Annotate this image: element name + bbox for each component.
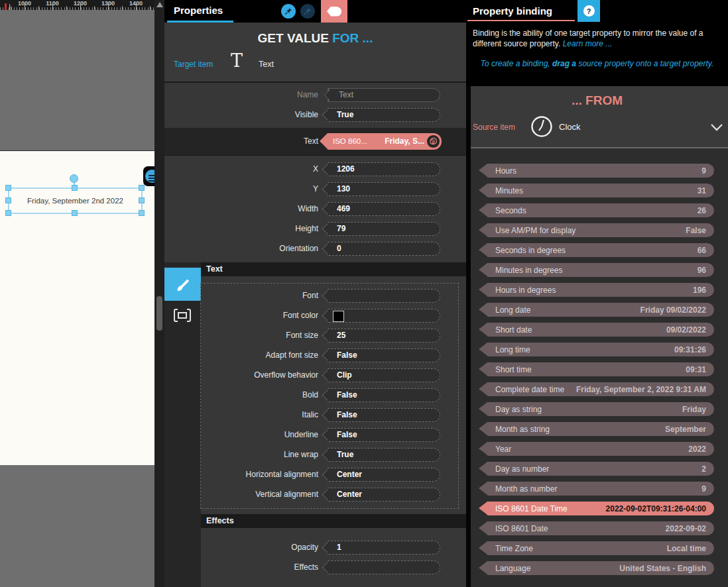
vertical-alignment-field[interactable]: Center bbox=[328, 488, 440, 502]
source-item-label: Source item bbox=[473, 123, 515, 132]
rotation-handle[interactable] bbox=[70, 174, 78, 183]
resize-handle-mid-left[interactable] bbox=[5, 197, 11, 203]
canvas-vertical-scrollbar[interactable] bbox=[154, 0, 164, 587]
source-property-row-short-time[interactable]: Short time09:31 bbox=[487, 362, 714, 376]
source-property-row-hours[interactable]: Hours9 bbox=[487, 164, 714, 178]
field-value: True bbox=[337, 109, 353, 121]
source-property-row-language[interactable]: LanguageUnited States - English bbox=[487, 561, 714, 575]
unpin-panel-button[interactable] bbox=[300, 4, 315, 19]
source-property-row-short-date[interactable]: Short date09/02/2022 bbox=[487, 323, 714, 337]
source-property-row-month-number[interactable]: Month as number9 bbox=[487, 482, 714, 496]
field-label: Text bbox=[164, 128, 318, 155]
source-property-row-day-number[interactable]: Day as number2 bbox=[487, 462, 714, 476]
source-property-row-long-time[interactable]: Long time09:31:26 bbox=[487, 343, 714, 356]
scroll-up-arrow-icon[interactable] bbox=[156, 2, 163, 7]
detach-panel-button[interactable] bbox=[321, 0, 347, 23]
property-row-horizontal-alignment: Horizontal alignment Center bbox=[164, 468, 466, 482]
font-field[interactable] bbox=[328, 289, 440, 303]
field-label: Height bbox=[164, 222, 318, 236]
source-property-value: 26 bbox=[698, 206, 706, 215]
field-label: X bbox=[164, 162, 318, 176]
source-property-row-ampm[interactable]: Use AM/PM for displayFalse bbox=[487, 223, 714, 237]
source-property-label: Use AM/PM for display bbox=[495, 226, 576, 235]
get-value-title-main: GET VALUE bbox=[258, 31, 333, 45]
element-quick-actions-badge[interactable] bbox=[143, 166, 154, 186]
source-property-row-month-string[interactable]: Month as stringSeptember bbox=[487, 422, 714, 436]
property-row-name: Name Text bbox=[164, 88, 466, 102]
pushpin-off-icon bbox=[303, 7, 312, 16]
binding-hint: To create a binding, drag a source prope… bbox=[466, 59, 728, 68]
field-value: 1206 bbox=[337, 163, 355, 176]
italic-field[interactable]: False bbox=[328, 408, 440, 422]
source-property-row-time-zone[interactable]: Time ZoneLocal time bbox=[487, 541, 714, 555]
name-field[interactable]: Text bbox=[328, 88, 440, 102]
resize-handle-bottom-right[interactable] bbox=[139, 210, 145, 216]
source-property-row-minutes[interactable]: Minutes31 bbox=[487, 184, 714, 197]
tab-properties[interactable]: Properties bbox=[174, 5, 223, 16]
effects-field[interactable] bbox=[328, 560, 440, 574]
source-property-row-seconds-degrees[interactable]: Seconds in degrees66 bbox=[487, 243, 714, 257]
ruler-ticks bbox=[0, 4, 154, 10]
text-type-icon: T bbox=[231, 50, 243, 71]
tab-property-binding[interactable]: Property binding bbox=[473, 5, 552, 17]
source-property-row-iso-8601-date[interactable]: ISO 8601 Date2022-09-02 bbox=[487, 521, 714, 535]
underline-field[interactable]: False bbox=[328, 428, 440, 442]
y-field[interactable]: 130 bbox=[328, 182, 440, 196]
ruler-cursor-marker bbox=[5, 3, 7, 10]
property-row-font: Font bbox=[164, 289, 466, 303]
chevron-down-icon[interactable] bbox=[710, 122, 723, 134]
adapt-font-size-field[interactable]: False bbox=[328, 348, 440, 362]
resize-handle-mid-right[interactable] bbox=[139, 197, 145, 203]
source-property-value: Local time bbox=[667, 544, 706, 553]
color-swatch[interactable] bbox=[333, 311, 344, 322]
field-value: False bbox=[337, 349, 357, 362]
field-label: Vertical alignment bbox=[164, 488, 318, 502]
font-color-field[interactable] bbox=[328, 309, 440, 323]
source-property-value: 2022-09-02 bbox=[666, 524, 706, 533]
font-size-field[interactable]: 25 bbox=[328, 329, 440, 343]
resize-handle-top-left[interactable] bbox=[5, 185, 11, 191]
resize-handle-top-center[interactable] bbox=[72, 185, 78, 191]
x-field[interactable]: 1206 bbox=[328, 162, 440, 176]
help-button[interactable]: ? bbox=[577, 0, 600, 22]
learn-more-link[interactable]: Learn more ... bbox=[563, 39, 613, 48]
source-property-row-seconds[interactable]: Seconds26 bbox=[487, 203, 714, 217]
source-property-row-complete-date-time[interactable]: Complete date timeFriday, September 2, 2… bbox=[487, 382, 714, 396]
scrollbar-thumb[interactable] bbox=[156, 296, 162, 331]
resize-handle-bottom-center[interactable] bbox=[72, 210, 78, 216]
effects-section-header: Effects bbox=[201, 514, 466, 528]
source-property-row-hours-degrees[interactable]: Hours in degrees196 bbox=[487, 283, 714, 297]
line-wrap-field[interactable]: True bbox=[328, 448, 440, 462]
clock-badge-icon[interactable] bbox=[145, 170, 154, 183]
orientation-field[interactable]: 0 bbox=[328, 242, 440, 256]
pin-panel-button[interactable] bbox=[281, 4, 296, 19]
source-property-row-long-date[interactable]: Long dateFriday 09/02/2022 bbox=[487, 303, 714, 317]
overflow-behavior-field[interactable]: Clip bbox=[328, 368, 440, 382]
property-row-visible: Visible True bbox=[164, 108, 466, 122]
field-label: Adapt font size bbox=[164, 348, 318, 362]
property-row-font-color: Font color bbox=[164, 309, 466, 323]
design-canvas[interactable]: 1000 1100 1200 1300 1400 Friday, Septemb… bbox=[0, 0, 154, 587]
field-value: Center bbox=[337, 468, 362, 481]
height-field[interactable]: 79 bbox=[328, 222, 440, 236]
source-property-row-iso-8601-date-time[interactable]: ISO 8601 Date Time2022-09-02T09:31:26-04… bbox=[487, 502, 714, 515]
resize-handle-bottom-left[interactable] bbox=[5, 210, 11, 216]
source-property-value: Friday, September 2, 2022 9:31 AM bbox=[576, 385, 706, 394]
opacity-field[interactable]: 1 bbox=[328, 541, 440, 555]
resize-handle-top-right[interactable] bbox=[139, 185, 145, 191]
source-property-label: Short time bbox=[495, 365, 532, 374]
width-field[interactable]: 469 bbox=[328, 202, 440, 216]
source-property-value: 09:31 bbox=[686, 365, 706, 374]
bold-field[interactable]: False bbox=[328, 388, 440, 402]
source-property-row-minutes-degrees[interactable]: Minutes in degrees96 bbox=[487, 263, 714, 277]
field-value: 1 bbox=[337, 541, 341, 554]
source-property-value: September bbox=[665, 425, 706, 434]
field-label: Underline bbox=[164, 428, 318, 442]
horizontal-alignment-field[interactable]: Center bbox=[328, 468, 440, 482]
source-property-row-day-string[interactable]: Day as stringFriday bbox=[487, 402, 714, 416]
text-binding-pill[interactable]: ISO 860... Friday, S... bbox=[328, 133, 442, 150]
binding-options-button[interactable] bbox=[427, 135, 440, 148]
source-property-row-year[interactable]: Year2022 bbox=[487, 442, 714, 456]
source-property-value: 31 bbox=[698, 186, 706, 195]
visible-field[interactable]: True bbox=[328, 108, 440, 122]
